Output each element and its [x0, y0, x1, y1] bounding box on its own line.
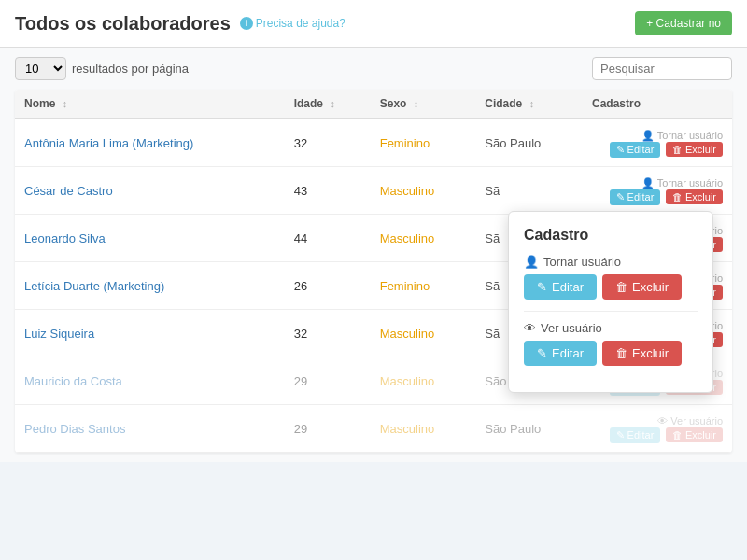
sort-icon-idade[interactable]: ↕ [330, 98, 335, 109]
popup-section-ver-title: 👁 Ver usuário [524, 321, 698, 335]
row-age: 32 [294, 136, 307, 150]
row-actions: 👁 Ver usuário ✎ Editar 🗑 Excluir [583, 405, 732, 453]
row-sex: Masculino [380, 327, 435, 341]
row-sex: Feminino [380, 279, 430, 293]
tornar-small-label: 👤 Tornar usuário [641, 130, 723, 141]
row-age: 29 [294, 422, 307, 436]
col-header-idade: Idade ↕ [285, 90, 371, 119]
row-sex: Masculino [380, 231, 435, 245]
sort-icon-nome[interactable]: ↕ [63, 98, 68, 109]
edit-icon-2: ✎ [537, 346, 547, 360]
popup-delete-button-2[interactable]: 🗑 Excluir [602, 341, 682, 366]
help-link[interactable]: i Precisa de ajuda? [240, 17, 345, 30]
row-age: 43 [294, 184, 307, 198]
popup-delete-button-1[interactable]: 🗑 Excluir [602, 274, 682, 300]
popup-section-tornar-title: 👤 Tornar usuário [524, 255, 698, 269]
edit-button-sm[interactable]: ✎ Editar [610, 427, 661, 443]
register-button[interactable]: + Cadastrar no [635, 11, 732, 35]
row-name[interactable]: Luiz Siqueira [24, 327, 94, 341]
row-name[interactable]: César de Castro [24, 184, 113, 198]
popup-title: Cadastro [524, 227, 698, 244]
row-city: São Paulo [485, 136, 541, 150]
row-name[interactable]: Mauricio da Costa [24, 374, 122, 388]
per-page-label: resultados por página [72, 62, 189, 76]
search-wrap [592, 57, 732, 80]
ver-small-label: 👁 Ver usuário [657, 415, 723, 427]
delete-button-sm[interactable]: 🗑 Excluir [666, 142, 723, 157]
popup-divider [524, 311, 698, 312]
row-sex: Masculino [380, 422, 435, 436]
popup-section-tornar-buttons: ✎ Editar 🗑 Excluir [524, 274, 698, 300]
row-city: Sã [485, 279, 500, 293]
row-sex: Feminino [380, 136, 430, 150]
row-name[interactable]: Letícia Duarte (Marketing) [24, 279, 164, 293]
col-header-cidade: Cidade ↕ [475, 90, 583, 119]
row-age: 32 [294, 327, 307, 341]
popup-edit-button-2[interactable]: ✎ Editar [524, 341, 597, 366]
eye-icon: 👁 [524, 321, 536, 335]
row-sex: Masculino [380, 184, 435, 198]
row-city: São Paulo [485, 422, 541, 436]
search-input[interactable] [592, 57, 732, 80]
popup-section-ver-buttons: ✎ Editar 🗑 Excluir [524, 341, 698, 366]
popup-section-tornar: 👤 Tornar usuário ✎ Editar 🗑 Excluir [524, 255, 698, 300]
page-header: Todos os colaboradores i Precisa de ajud… [0, 0, 747, 48]
sort-icon-cidade[interactable]: ↕ [529, 98, 535, 109]
cadastro-popup: Cadastro 👤 Tornar usuário ✎ Editar 🗑 Exc… [508, 211, 713, 393]
toolbar: 10 25 50 100 resultados por página [15, 57, 732, 80]
table-row: Pedro Dias Santos29MasculinoSão Paulo 👁 … [15, 405, 732, 453]
trash-icon-2: 🗑 [615, 346, 627, 360]
row-name[interactable]: Leonardo Silva [24, 231, 106, 245]
row-age: 26 [294, 279, 307, 293]
tornar-small-label: 👤 Tornar usuário [641, 177, 723, 189]
user-plus-icon: 👤 [524, 255, 539, 269]
per-page-select: 10 25 50 100 resultados por página [15, 57, 189, 80]
col-header-sexo: Sexo ↕ [371, 90, 476, 119]
per-page-dropdown[interactable]: 10 25 50 100 [15, 57, 66, 80]
trash-icon-1: 🗑 [615, 280, 627, 294]
row-city: Sã [485, 327, 500, 341]
main-content: 10 25 50 100 resultados por página Nome … [0, 48, 747, 462]
row-actions: 👤 Tornar usuário ✎ Editar 🗑 Excluir [583, 167, 732, 215]
ver-label: Ver usuário [541, 321, 602, 335]
tornar-label: Tornar usuário [543, 255, 621, 269]
row-city: Sã [485, 184, 500, 198]
row-age: 44 [294, 231, 307, 245]
table-row: César de Castro43MasculinoSã 👤 Tornar us… [15, 167, 732, 215]
row-name[interactable]: Antônia Maria Lima (Marketing) [24, 136, 193, 150]
delete-button-sm[interactable]: 🗑 Excluir [666, 189, 723, 204]
row-actions: 👤 Tornar usuário ✎ Editar 🗑 Excluir [583, 119, 732, 167]
info-icon: i [240, 17, 253, 30]
sort-icon-sexo[interactable]: ↕ [414, 98, 419, 109]
table-row: Antônia Maria Lima (Marketing)32Feminino… [15, 119, 732, 167]
col-header-nome: Nome ↕ [15, 90, 285, 119]
header-left: Todos os colaboradores i Precisa de ajud… [15, 13, 345, 35]
row-name[interactable]: Pedro Dias Santos [24, 422, 125, 436]
help-text: Precisa de ajuda? [256, 17, 345, 30]
row-city: Sã [485, 231, 500, 245]
row-sex: Masculino [380, 374, 435, 388]
delete-button-sm[interactable]: 🗑 Excluir [666, 427, 723, 442]
edit-button-sm[interactable]: ✎ Editar [610, 142, 661, 158]
edit-icon-1: ✎ [537, 280, 547, 294]
row-age: 29 [294, 374, 307, 388]
col-header-cadastro: Cadastro [583, 90, 732, 119]
edit-button-sm[interactable]: ✎ Editar [610, 189, 661, 205]
popup-section-ver: 👁 Ver usuário ✎ Editar 🗑 Excluir [524, 321, 698, 366]
popup-edit-button-1[interactable]: ✎ Editar [524, 274, 597, 300]
page-title: Todos os colaboradores [15, 13, 231, 35]
